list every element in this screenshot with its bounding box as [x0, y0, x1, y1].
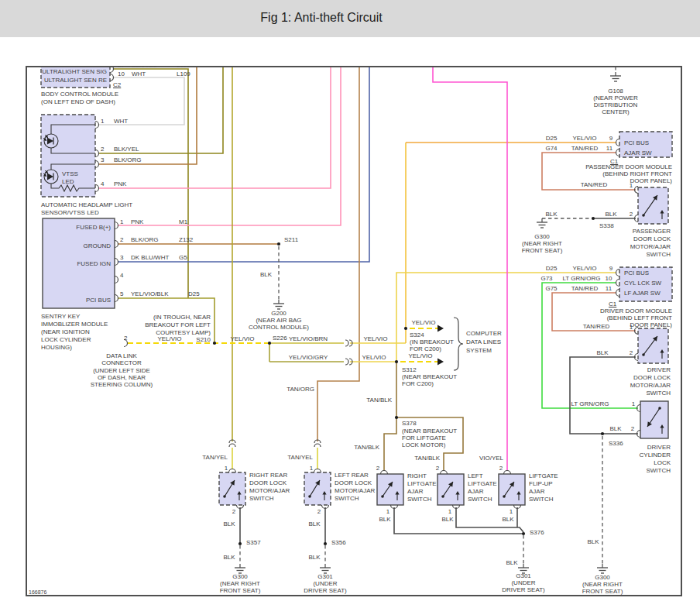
diagram-label: DRIVER	[539, 444, 671, 451]
diagram-label: CONNECTOR	[67, 359, 176, 366]
diagram-label: VTSS	[62, 170, 78, 177]
diagram-label: DOOR LOCK	[539, 235, 671, 242]
diagram-label: SWITCH	[539, 390, 671, 397]
diagram-label: SYSTEM	[466, 347, 492, 354]
diagram-label: 1	[120, 218, 123, 225]
diagram-label: (BEHIND RIGHT FRONT	[540, 170, 672, 177]
diagram-label: DRIVER SEAT)	[469, 586, 578, 593]
diagram-label: PASSENGER	[539, 228, 671, 235]
diagram-label: TAN/BLK	[248, 444, 379, 451]
diagram-label: SWITCH	[468, 496, 492, 503]
diagram-label: BLK	[454, 516, 562, 523]
diagram-label: LIFTGATE	[468, 480, 497, 487]
diagram-label: 1	[457, 508, 565, 515]
diagram-label: LOCK	[539, 459, 671, 466]
diagram-label: DRIVER	[539, 366, 671, 373]
diagram-label: LED	[62, 178, 74, 185]
diagram-label: SWITCH	[407, 496, 432, 503]
diagram-label: (IN TROUGH, NEAR	[79, 314, 211, 321]
diagram-label: DISTRIBUTION	[561, 101, 670, 108]
diagram-label: MOTOR/AJAR	[335, 487, 375, 494]
diagram-label: DRIVER SEAT)	[271, 587, 379, 594]
diagram-label: 4	[101, 180, 104, 187]
diagram-label: SWITCH	[249, 495, 274, 502]
diagram-label: (NEAR AIR BAG	[225, 317, 333, 324]
diagram-label: COMPUTER	[466, 330, 502, 337]
diagram-label: 2	[577, 349, 681, 356]
diagram-label: CENTER)	[561, 108, 670, 115]
diagram-label: 3	[120, 254, 123, 261]
diagram-label: YEL/VIO/BLK	[131, 290, 168, 297]
diagram-label: PNK	[131, 218, 143, 225]
diagram-label: SENTRY KEY	[41, 313, 80, 320]
diagram-label: BLK/ORG	[114, 156, 142, 163]
diagram-label: FUSED B(+)	[26, 224, 111, 231]
diagram-label: HOUSING)	[41, 344, 72, 351]
diagram-label: S211	[284, 236, 298, 243]
diagram-label: SWITCH	[539, 251, 671, 258]
diagram-label: 1	[101, 118, 104, 125]
diagram-label: TAN/ORG	[183, 386, 314, 393]
diagram-label: AJAR	[407, 488, 423, 495]
diagram-label: WHT	[132, 70, 146, 77]
diagram-label: (UNDER LEFT SIDE	[67, 367, 176, 374]
diagram-label: (NEAR BREAKOUT	[402, 428, 457, 435]
diagram-label: 2	[577, 211, 681, 218]
diagram-label: 3	[101, 156, 104, 163]
figure-number: 166876	[29, 589, 46, 595]
diagram-label: OF DASH, NEAR	[67, 374, 176, 381]
diagram-label: SENSOR/VTSS LED	[41, 209, 99, 216]
diagram-label: PCI BUS	[624, 270, 649, 277]
diagram-label: 2	[578, 425, 681, 432]
diagram-label: PNK	[114, 180, 126, 187]
diagram-label: (IN BREAKOUT	[410, 338, 454, 345]
diagram-label: BLK/YEL	[114, 146, 139, 153]
diagram-label: C1	[609, 301, 616, 307]
diagram-label: PASSENGER DOOR MODULE	[540, 163, 672, 170]
diagram-label: G200	[225, 310, 333, 317]
diagram-label: FOR C200)	[402, 380, 434, 387]
diagram-label: FOR C200)	[410, 345, 441, 352]
diagram-label: AUTOMATIC HEADLAMP LIGHT	[41, 201, 132, 208]
diagram-label: GROUND	[26, 242, 111, 249]
diagram-label: G301	[469, 572, 578, 579]
diagram-label: G108	[561, 88, 670, 94]
diagram-label: 1	[577, 182, 681, 189]
diagram-label: CYL LCK SW	[624, 280, 661, 287]
diagram-label: (NEAR BREAKOUT	[402, 373, 457, 380]
diagram-labels: 166876 27BLK/YELL11010WHTL109C2ULTRALIGH…	[26, 67, 681, 596]
diagram-label: SWITCH	[529, 496, 554, 503]
diagram-label: 27	[118, 67, 125, 69]
diagram-label: DOOR LOCK	[249, 479, 287, 486]
diagram-label: C2	[113, 81, 121, 88]
diagram-label: DATA LINK	[67, 352, 176, 359]
diagram-label: D25	[188, 290, 200, 297]
diagram-label: FUSED IGN	[26, 260, 111, 267]
diagram-label: CYLINDER	[539, 452, 671, 459]
diagram-label: BLK	[458, 559, 566, 566]
diagram-label: 10	[118, 70, 125, 77]
diagram-label: MOTOR/AJAR	[539, 243, 671, 250]
diagram-label: YEL/VIO	[369, 319, 478, 326]
diagram-label: 2	[447, 465, 555, 472]
diagram-label: DOOR LOCK	[335, 479, 372, 486]
diagram-label: S312	[402, 366, 417, 373]
diagram-label: G5	[179, 254, 187, 261]
diagram-label: S376	[530, 529, 544, 536]
diagram-label: YEL/VIO	[366, 352, 475, 359]
diagram-label: 4	[120, 272, 123, 279]
diagram-label: DATA LINES	[466, 338, 501, 345]
diagram-label: FLIP-UP	[529, 480, 553, 487]
diagram-label: S378	[402, 420, 417, 427]
diagram-label: VIO/YEL	[372, 455, 503, 462]
diagram-label: BREAKOUT FOR LEFT	[79, 321, 211, 328]
diagram-label: L109	[177, 70, 190, 77]
diagram-label: 2	[101, 146, 104, 153]
diagram-label: BLK	[260, 554, 369, 561]
diagram-label: (UNDER	[469, 579, 578, 586]
diagram-label: BLK/YEL	[132, 67, 156, 69]
diagram-label: RIGHT	[407, 472, 427, 479]
page: Fig 1: Anti-theft Circuit 166876 27BLK/Y…	[0, 0, 700, 608]
diagram-label: MOTOR/AJAR	[249, 487, 290, 494]
diagram-label: S356	[331, 539, 346, 546]
